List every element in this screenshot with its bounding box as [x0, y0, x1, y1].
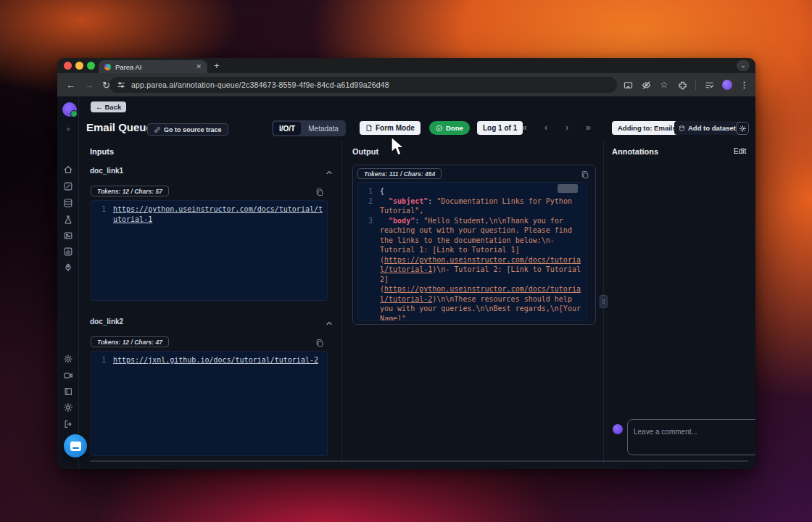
- form-mode-button[interactable]: Form Mode: [360, 121, 420, 135]
- deploy-icon[interactable]: [63, 262, 73, 273]
- adding-to-label: Adding to: Emails: [618, 124, 676, 132]
- add-to-dataset-button[interactable]: Add to dataset: [674, 121, 740, 135]
- datasets-icon[interactable]: [63, 198, 73, 208]
- playground-icon[interactable]: [63, 231, 73, 241]
- code-text: https://jxnl.github.io/docs/tutorial/tut…: [113, 355, 324, 365]
- toolbar-separator: [695, 80, 696, 90]
- back-arrow-icon: ←: [96, 103, 103, 111]
- code-link: https://python.useinstructor.com/docs/tu…: [113, 205, 323, 223]
- traces-icon[interactable]: [63, 181, 73, 191]
- doc-link2-code-editor[interactable]: 1https://jxnl.github.io/docs/tutorial/tu…: [91, 351, 328, 456]
- expand-sidebar-icon[interactable]: »: [57, 125, 79, 133]
- queue-settings-button[interactable]: [736, 122, 749, 135]
- browser-back-button[interactable]: ←: [66, 80, 75, 91]
- link-icon: [154, 126, 161, 133]
- reading-list-icon[interactable]: [704, 80, 714, 90]
- code-link: https://jxnl.github.io/docs/tutorial/tut…: [113, 356, 318, 364]
- log-counter-button: Log 1 of 1: [477, 121, 523, 135]
- copy-doc-link2-icon[interactable]: [315, 337, 324, 346]
- code-text: https://python.useinstructor.com/docs/tu…: [113, 204, 324, 224]
- code-line: 1https://python.useinstructor.com/docs/t…: [94, 204, 324, 224]
- code-segment: "body": [389, 217, 415, 225]
- view-tab-group: I/O/T Metadata: [272, 120, 346, 136]
- copy-output-icon[interactable]: [581, 169, 589, 178]
- back-button[interactable]: ← Back: [91, 102, 126, 112]
- browser-tab[interactable]: Parea AI ✕: [99, 60, 207, 73]
- close-window-button[interactable]: [64, 62, 72, 70]
- theme-toggle-icon[interactable]: [63, 402, 73, 413]
- workspace-avatar[interactable]: [62, 102, 77, 117]
- tab-iot[interactable]: I/O/T: [273, 122, 301, 135]
- code-segment: :: [415, 217, 423, 225]
- logout-icon[interactable]: [63, 419, 73, 429]
- settings-icon[interactable]: [63, 354, 73, 364]
- output-scrollbar-thumb[interactable]: [558, 184, 578, 193]
- database-icon: [679, 125, 685, 132]
- browser-forward-button[interactable]: →: [84, 80, 94, 91]
- code-segment: {: [380, 187, 384, 195]
- inputs-panel-title: Inputs: [90, 147, 114, 156]
- code-text: {: [380, 186, 583, 196]
- check-circle-icon: [436, 125, 443, 132]
- done-label: Done: [446, 124, 463, 132]
- previous-log-button[interactable]: ‹: [544, 123, 547, 133]
- video-tutorials-icon[interactable]: [63, 370, 73, 381]
- browser-tabstrip: Parea AI ✕ + ⌄: [57, 58, 755, 73]
- field-label-doc-link2: doc_link2: [90, 318, 123, 326]
- copy-doc-link1-icon[interactable]: [315, 186, 324, 195]
- done-button[interactable]: Done: [429, 121, 470, 135]
- add-to-dataset-label: Add to dataset: [688, 124, 736, 132]
- code-text: "body": "Hello Student,\n\nThank you for…: [380, 216, 583, 322]
- horizontal-scrollbar[interactable]: [90, 460, 748, 462]
- intercom-chat-button[interactable]: [64, 434, 87, 457]
- browser-window: Parea AI ✕ + ⌄ ← → ↻ app.parea.ai/annota…: [57, 58, 755, 469]
- extensions-icon[interactable]: [677, 80, 687, 90]
- parea-favicon-icon: [104, 64, 111, 70]
- new-tab-button[interactable]: +: [214, 60, 220, 72]
- cast-icon[interactable]: [623, 80, 633, 90]
- tab-overflow-button[interactable]: ⌄: [737, 60, 750, 71]
- edit-annotations-button[interactable]: Edit: [734, 147, 746, 155]
- browser-menu-icon[interactable]: ⋮: [740, 80, 748, 90]
- output-panel-title: Output: [352, 147, 378, 156]
- bookmark-star-icon[interactable]: ☆: [659, 80, 669, 90]
- tab-close-icon[interactable]: ✕: [196, 63, 202, 70]
- source-trace-label: Go to source trace: [164, 126, 222, 133]
- doc-link1-code-editor[interactable]: 1https://python.useinstructor.com/docs/t…: [91, 200, 328, 301]
- docs-icon[interactable]: [63, 386, 73, 397]
- line-number: 1: [94, 204, 113, 224]
- line-number: 3: [361, 216, 380, 322]
- comment-box[interactable]: Submit: [627, 419, 755, 455]
- mouse-cursor: [390, 136, 407, 161]
- address-bar[interactable]: app.parea.ai/annotation-queue/2c384673-8…: [109, 77, 617, 93]
- site-info-icon[interactable]: [117, 80, 125, 89]
- collapse-doc-link1-icon[interactable]: [325, 167, 334, 175]
- gear-icon: [739, 125, 747, 133]
- divider-drag-handle[interactable]: ⣿: [600, 295, 608, 308]
- adding-to-button[interactable]: Adding to: Emails: [612, 121, 682, 135]
- evaluations-icon[interactable]: [63, 246, 73, 257]
- inputs-output-divider[interactable]: [341, 140, 342, 463]
- code-segment: [380, 217, 389, 225]
- eye-off-icon[interactable]: [641, 80, 651, 90]
- field-label-doc-link1: doc_link1: [90, 167, 123, 175]
- minimize-window-button[interactable]: [75, 62, 83, 70]
- home-icon[interactable]: [63, 165, 73, 175]
- output-container: Tokens: 111 / Chars: 454 1{2 "subject": …: [352, 165, 596, 325]
- browser-profile-avatar[interactable]: [722, 80, 732, 90]
- output-tokens-badge: Tokens: 111 / Chars: 454: [357, 168, 442, 179]
- output-code-editor[interactable]: 1{2 "subject": "Documentation Links for …: [357, 182, 587, 321]
- fullscreen-window-button[interactable]: [87, 62, 95, 70]
- doc-link1-tokens-badge: Tokens: 12 / Chars: 57: [91, 186, 169, 196]
- code-line: 2 "subject": "Documentation Links for Py…: [361, 196, 583, 216]
- toolbar-icons: ☆ ⋮: [623, 73, 748, 96]
- doc-link2-tokens-badge: Tokens: 12 / Chars: 47: [91, 336, 169, 347]
- comment-input[interactable]: [634, 426, 750, 437]
- tab-metadata[interactable]: Metadata: [302, 122, 344, 135]
- go-to-source-trace-button[interactable]: Go to source trace: [147, 123, 228, 136]
- collapse-doc-link2-icon[interactable]: [325, 318, 334, 326]
- last-log-button[interactable]: »: [586, 123, 591, 133]
- first-log-button[interactable]: «: [522, 123, 527, 133]
- experiments-icon[interactable]: [63, 215, 73, 225]
- next-log-button[interactable]: ›: [566, 123, 568, 133]
